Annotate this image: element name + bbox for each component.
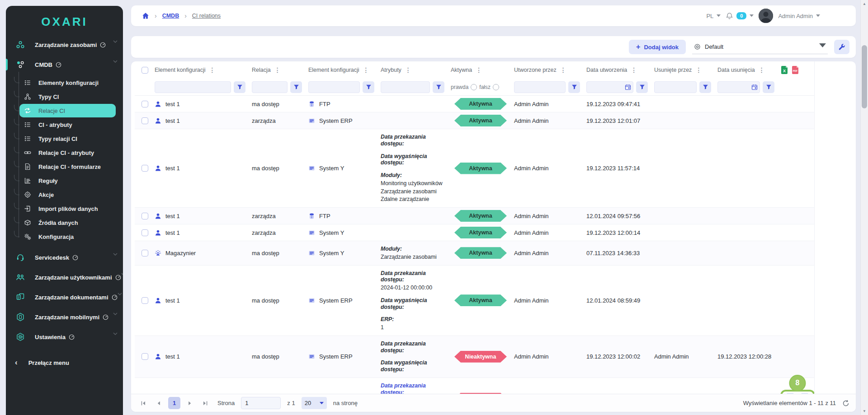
filter-button[interactable] (290, 81, 302, 93)
export-pdf-icon[interactable]: PDF (792, 66, 799, 74)
scroll-up-icon[interactable]: ▲ (861, 0, 868, 8)
next-page-button[interactable] (184, 397, 196, 409)
notifications-button[interactable]: 0 (726, 12, 754, 20)
table-row[interactable]: test 1zarządzaSystem YAktywnaAdmin Admin… (135, 224, 814, 241)
page-size-selector[interactable]: 20 (302, 397, 327, 409)
column-menu-icon[interactable]: ⋮ (274, 66, 282, 74)
filter-input[interactable] (381, 81, 430, 93)
page-scrollbar[interactable]: ▲ ▼ (860, 0, 868, 415)
page-input[interactable] (241, 397, 281, 409)
page-number-button[interactable]: 1 (168, 397, 180, 409)
table-row[interactable]: test 1zarządzaSystem ERPAktywnaAdmin Adm… (135, 112, 814, 129)
add-view-button[interactable]: + Dodaj widok (629, 40, 686, 54)
sidebar-item-relacje-ci-formularze[interactable]: Relacje CI - formularze (19, 160, 116, 173)
last-page-button[interactable] (199, 397, 211, 409)
refresh-icon[interactable] (842, 400, 849, 407)
sidebar-item-ci-atrybuty[interactable]: CI - atrybuty (19, 118, 116, 131)
filter-button[interactable] (363, 81, 374, 93)
sidebar-item-akcje[interactable]: Akcje (19, 188, 116, 201)
user-menu[interactable]: Admin Admin (778, 13, 820, 19)
target-ci-cell[interactable]: System ERP (308, 292, 381, 308)
target-ci-cell[interactable]: System ERP (308, 112, 381, 129)
target-ci-cell[interactable]: System Y (308, 160, 381, 177)
table-row[interactable]: testma dostępFTPData przekazania dostępu… (135, 378, 814, 395)
select-all-checkbox[interactable] (135, 67, 155, 74)
target-ci-cell[interactable]: System ERP (308, 349, 381, 365)
sidebar-item-relacje-ci[interactable]: Relacje CI (19, 104, 116, 117)
column-menu-icon[interactable]: ⋮ (404, 66, 412, 74)
calendar-icon[interactable] (751, 84, 758, 90)
column-menu-icon[interactable]: ⋮ (362, 66, 370, 74)
home-icon[interactable] (142, 12, 149, 19)
source-ci-cell[interactable]: test 1 (155, 96, 252, 112)
row-checkbox[interactable] (135, 112, 155, 129)
filter-input[interactable] (155, 81, 231, 93)
sidebar-item-import-plikow-danych[interactable]: Import plików danych (19, 202, 116, 215)
previous-page-button[interactable] (153, 397, 165, 409)
source-ci-cell[interactable]: test 1 (155, 224, 252, 241)
target-ci-cell[interactable]: FTP (308, 208, 381, 224)
sidebar-item-zarzadzanie-mobilnymi[interactable]: Zarządzanie mobilnymi (6, 307, 123, 327)
row-checkbox[interactable] (135, 245, 155, 261)
filter-input[interactable] (252, 81, 288, 93)
filter-button[interactable] (763, 81, 774, 93)
sidebar-item-zarzadzanie-zasobami[interactable]: Zarządzanie zasobami (6, 35, 123, 55)
sidebar-item-reguly[interactable]: Reguły (19, 174, 116, 187)
row-checkbox[interactable] (135, 160, 155, 177)
radio-true[interactable] (471, 84, 477, 90)
filter-button[interactable] (699, 81, 711, 93)
filter-button[interactable] (234, 81, 245, 93)
target-ci-cell[interactable]: System Y (308, 245, 381, 261)
sidebar-item-elementy-konfiguracji[interactable]: Elementy konfiguracji (19, 76, 116, 89)
sidebar-item-zrodla-danych[interactable]: Źródła danych (19, 216, 116, 229)
source-ci-cell[interactable]: test 1 (155, 160, 252, 177)
filter-button[interactable] (636, 81, 648, 93)
radio-false[interactable] (493, 84, 499, 90)
sidebar-item-typy-ci[interactable]: Typy CI (19, 90, 116, 103)
table-row[interactable]: test 1ma dostępSystem ERPData przekazani… (135, 336, 814, 378)
language-selector[interactable]: PL (706, 13, 721, 19)
column-menu-icon[interactable]: ⋮ (758, 66, 766, 74)
breadcrumb-cmdb[interactable]: CMDB (162, 13, 179, 19)
sidebar-item-ustawienia[interactable]: Ustawienia (6, 327, 123, 347)
source-ci-cell[interactable]: test 1 (155, 112, 252, 129)
table-row[interactable]: test 1zarządzaFTPAktywnaAdmin Admin12.01… (135, 208, 814, 224)
table-settings-button[interactable] (834, 40, 849, 54)
first-page-button[interactable] (137, 397, 149, 409)
column-menu-icon[interactable]: ⋮ (475, 66, 483, 74)
row-checkbox[interactable] (135, 96, 155, 112)
column-menu-icon[interactable]: ⋮ (208, 66, 217, 74)
row-checkbox[interactable] (135, 208, 155, 224)
sidebar-item-cmdb[interactable]: CMDB (6, 55, 123, 75)
sidebar-item-zarzadzanie-uzytkownikami[interactable]: Zarządzanie użytkownikami (6, 267, 123, 287)
column-menu-icon[interactable]: ⋮ (694, 66, 703, 74)
table-row[interactable]: test 1ma dostępSystem ERPData przekazani… (135, 266, 814, 336)
view-selector[interactable]: Default (692, 40, 828, 54)
sidebar-item-relacje-ci-atrybuty[interactable]: Relacje CI - atrybuty (19, 146, 116, 159)
filter-button[interactable] (433, 81, 444, 93)
sidebar-toggle-button[interactable]: ‹ Przełącz menu (6, 354, 123, 372)
sidebar-item-servicedesk[interactable]: Servicedesk (6, 247, 123, 267)
filter-input[interactable] (514, 81, 566, 93)
target-ci-cell[interactable]: System Y (308, 224, 381, 241)
scroll-down-icon[interactable]: ▼ (861, 407, 868, 415)
column-menu-icon[interactable]: ⋮ (559, 66, 567, 74)
filter-input[interactable] (308, 81, 360, 93)
avatar[interactable] (759, 9, 773, 23)
sidebar-item-typy-relacji-ci[interactable]: Typy relacji CI (19, 132, 116, 145)
source-ci-cell[interactable]: test 1 (155, 292, 252, 308)
filter-input[interactable] (654, 81, 697, 93)
source-ci-cell[interactable]: Magazynier (155, 245, 252, 261)
table-row[interactable]: test 1ma dostępSystem YData przekazania … (135, 129, 814, 208)
table-row[interactable]: test 1ma dostępFTPAktywnaAdmin Admin19.1… (135, 96, 814, 112)
scrollbar-thumb[interactable] (862, 45, 867, 108)
column-menu-icon[interactable]: ⋮ (630, 66, 638, 74)
row-checkbox[interactable] (135, 349, 155, 365)
row-checkbox[interactable] (135, 292, 155, 308)
source-ci-cell[interactable]: test 1 (155, 208, 252, 224)
export-excel-icon[interactable]: X (781, 66, 788, 74)
breadcrumb-ci-relations[interactable]: CI relations (192, 13, 221, 19)
calendar-icon[interactable] (625, 84, 631, 90)
source-ci-cell[interactable]: test 1 (155, 349, 252, 365)
sidebar-item-zarzadzanie-dokumentami[interactable]: Zarządzanie dokumentami (6, 287, 123, 307)
